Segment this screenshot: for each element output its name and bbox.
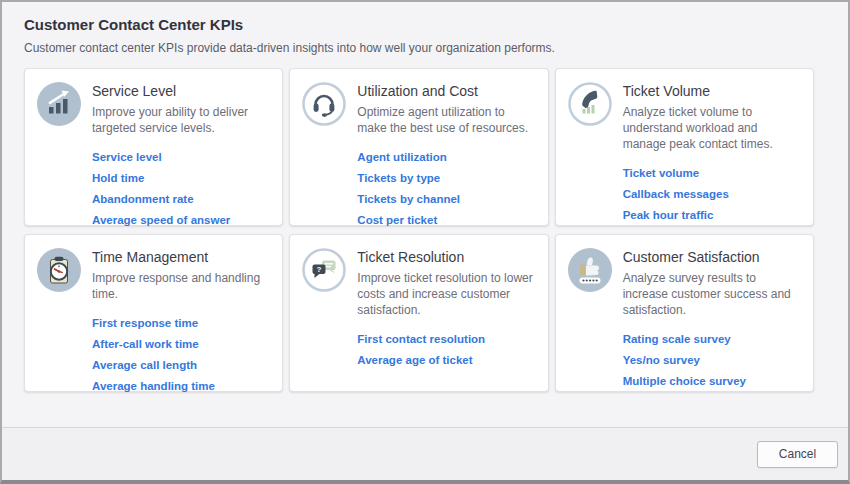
- link-cost-per-ticket[interactable]: Cost per ticket: [357, 214, 437, 226]
- link-average-call-length[interactable]: Average call length: [92, 359, 197, 371]
- headset-icon: [302, 82, 346, 126]
- card-title: Service Level: [92, 83, 270, 99]
- card-description: Analyze ticket volume to understand work…: [623, 104, 801, 152]
- kpi-card-customer-satisfaction: Customer Satisfaction Analyze survey res…: [555, 234, 814, 392]
- page-subtitle: Customer contact center KPIs provide dat…: [24, 41, 826, 55]
- thumbs-up-icon: [568, 248, 612, 292]
- dialog-header: Customer Contact Center KPIs Customer co…: [2, 2, 848, 55]
- link-abandonment-rate[interactable]: Abandonment rate: [92, 193, 194, 205]
- link-service-level[interactable]: Service level: [92, 151, 162, 163]
- kpi-card-service-level: Service Level Improve your ability to de…: [24, 68, 283, 226]
- kpi-card-ticket-resolution: ? Ticket Resolution Improve ticket resol…: [289, 234, 548, 392]
- card-description: Analyze survey results to increase custo…: [623, 270, 801, 318]
- card-title: Utilization and Cost: [357, 83, 535, 99]
- card-description: Optimize agent utilization to make the b…: [357, 104, 535, 136]
- svg-text:?: ?: [317, 265, 322, 274]
- page-title: Customer Contact Center KPIs: [24, 16, 826, 33]
- kpi-picker-dialog: Customer Contact Center KPIs Customer co…: [0, 0, 850, 484]
- link-hold-time[interactable]: Hold time: [92, 172, 144, 184]
- phone-handset-icon: [568, 82, 612, 126]
- link-average-handling-time[interactable]: Average handling time: [92, 380, 215, 392]
- card-title: Customer Satisfaction: [623, 249, 801, 265]
- link-first-response-time[interactable]: First response time: [92, 317, 198, 329]
- link-rating-scale-survey[interactable]: Rating scale survey: [623, 333, 731, 345]
- cancel-button[interactable]: Cancel: [757, 441, 838, 468]
- chat-bubbles-icon: ?: [302, 248, 346, 292]
- link-after-call-work-time[interactable]: After-call work time: [92, 338, 199, 350]
- kpi-card-time-management: Time Management Improve response and han…: [24, 234, 283, 392]
- card-description: Improve ticket resolution to lower costs…: [357, 270, 535, 318]
- link-average-speed-of-answer[interactable]: Average speed of answer: [92, 214, 230, 226]
- stopwatch-icon: [37, 248, 81, 292]
- link-multiple-choice-survey[interactable]: Multiple choice survey: [623, 375, 746, 387]
- card-description: Improve your ability to deliver targeted…: [92, 104, 270, 136]
- card-title: Time Management: [92, 249, 270, 265]
- link-callback-messages[interactable]: Callback messages: [623, 188, 729, 200]
- link-first-contact-resolution[interactable]: First contact resolution: [357, 333, 485, 345]
- link-yes-no-survey[interactable]: Yes/no survey: [623, 354, 700, 366]
- kpi-card-grid: Service Level Improve your ability to de…: [24, 68, 814, 392]
- link-peak-hour-traffic[interactable]: Peak hour traffic: [623, 209, 714, 221]
- link-tickets-by-channel[interactable]: Tickets by channel: [357, 193, 460, 205]
- link-tickets-by-type[interactable]: Tickets by type: [357, 172, 440, 184]
- kpi-card-ticket-volume: Ticket Volume Analyze ticket volume to u…: [555, 68, 814, 226]
- link-ticket-volume[interactable]: Ticket volume: [623, 167, 700, 179]
- kpi-card-utilization-and-cost: Utilization and Cost Optimize agent util…: [289, 68, 548, 226]
- card-description: Improve response and handling time.: [92, 270, 270, 302]
- dialog-footer: Cancel: [2, 427, 848, 480]
- bar-chart-trend-icon: [37, 82, 81, 126]
- link-average-age-of-ticket[interactable]: Average age of ticket: [357, 354, 472, 366]
- card-title: Ticket Volume: [623, 83, 801, 99]
- link-agent-utilization[interactable]: Agent utilization: [357, 151, 446, 163]
- card-title: Ticket Resolution: [357, 249, 535, 265]
